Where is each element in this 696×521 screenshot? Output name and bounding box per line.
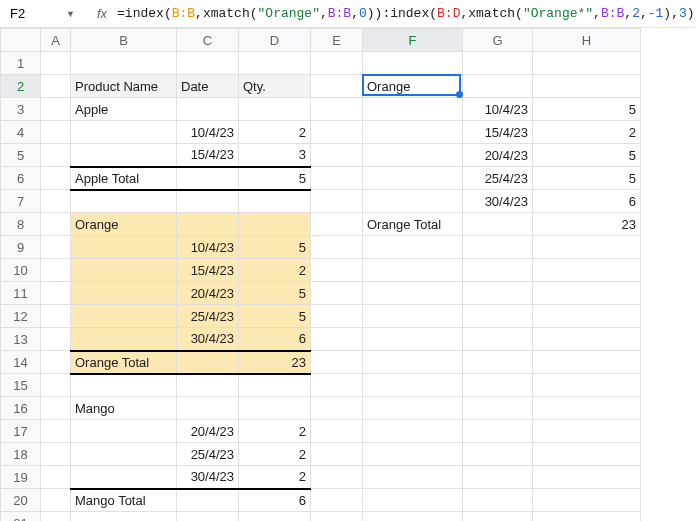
row-header[interactable]: 10 <box>1 259 41 282</box>
col-header-H[interactable]: H <box>533 29 641 52</box>
cell[interactable]: 25/4/23 <box>177 443 239 466</box>
cell-total-label[interactable]: Apple Total <box>71 167 177 190</box>
col-header-B[interactable]: B <box>71 29 177 52</box>
cell[interactable]: 10/4/23 <box>463 98 533 121</box>
cell-F2[interactable]: Orange <box>363 75 463 98</box>
cell[interactable]: 3 <box>239 144 311 167</box>
cell-total-label[interactable]: Mango Total <box>71 489 177 512</box>
cell[interactable]: 5 <box>239 305 311 328</box>
cell-total-qty[interactable]: 23 <box>239 351 311 374</box>
col-header-C[interactable]: C <box>177 29 239 52</box>
header-qty[interactable]: Qty. <box>239 75 311 98</box>
cell[interactable]: 6 <box>239 328 311 351</box>
cell[interactable]: 2 <box>239 259 311 282</box>
cell-total-label[interactable]: Orange Total <box>71 351 177 374</box>
cell[interactable]: 5 <box>533 98 641 121</box>
col-header-G[interactable]: G <box>463 29 533 52</box>
row-header[interactable]: 6 <box>1 167 41 190</box>
cell[interactable]: Apple <box>71 98 177 121</box>
formula-bar: ▼ fx =index(B:B,xmatch("Orange",B:B,0)):… <box>0 0 696 28</box>
row-header[interactable]: 8 <box>1 213 41 236</box>
row-header[interactable]: 2 <box>1 75 41 98</box>
select-all-corner[interactable] <box>1 29 41 52</box>
row-header[interactable]: 1 <box>1 52 41 75</box>
header-date[interactable]: Date <box>177 75 239 98</box>
cell-total-qty[interactable]: 23 <box>533 213 641 236</box>
cell[interactable]: 15/4/23 <box>177 259 239 282</box>
name-box[interactable] <box>4 4 60 23</box>
row-header[interactable]: 4 <box>1 121 41 144</box>
cell[interactable]: 30/4/23 <box>177 466 239 489</box>
row-header[interactable]: 20 <box>1 489 41 512</box>
cell-total-qty[interactable]: 5 <box>239 167 311 190</box>
cell[interactable]: 10/4/23 <box>177 121 239 144</box>
col-header-A[interactable]: A <box>41 29 71 52</box>
cell[interactable]: 30/4/23 <box>463 190 533 213</box>
cell[interactable]: 15/4/23 <box>177 144 239 167</box>
row-header[interactable]: 17 <box>1 420 41 443</box>
cell[interactable]: 20/4/23 <box>177 282 239 305</box>
row-header[interactable]: 16 <box>1 397 41 420</box>
cell[interactable]: 2 <box>239 420 311 443</box>
row-header[interactable]: 21 <box>1 512 41 522</box>
cell[interactable]: 2 <box>239 466 311 489</box>
cell[interactable]: 2 <box>239 121 311 144</box>
header-product-name[interactable]: Product Name <box>71 75 177 98</box>
spreadsheet-grid[interactable]: A B C D E F G H 1 2 Product Name Date Qt… <box>0 28 696 521</box>
cell[interactable]: 30/4/23 <box>177 328 239 351</box>
row-header[interactable]: 9 <box>1 236 41 259</box>
row-header[interactable]: 12 <box>1 305 41 328</box>
col-header-F[interactable]: F <box>363 29 463 52</box>
namebox-dropdown-icon[interactable]: ▼ <box>60 9 81 19</box>
cell-total-qty[interactable]: 6 <box>239 489 311 512</box>
cell[interactable]: Orange <box>71 213 177 236</box>
cell[interactable]: 5 <box>533 144 641 167</box>
row-header[interactable]: 19 <box>1 466 41 489</box>
fx-icon: fx <box>89 6 115 21</box>
cell[interactable]: 6 <box>533 190 641 213</box>
cell[interactable]: 5 <box>239 282 311 305</box>
cell[interactable]: 25/4/23 <box>177 305 239 328</box>
row-header[interactable]: 18 <box>1 443 41 466</box>
cell[interactable]: 25/4/23 <box>463 167 533 190</box>
row-header[interactable]: 3 <box>1 98 41 121</box>
cell[interactable]: Mango <box>71 397 177 420</box>
row-header[interactable]: 13 <box>1 328 41 351</box>
cell[interactable]: 15/4/23 <box>463 121 533 144</box>
col-header-E[interactable]: E <box>311 29 363 52</box>
row-header[interactable]: 7 <box>1 190 41 213</box>
col-header-D[interactable]: D <box>239 29 311 52</box>
cell-total-label[interactable]: Orange Total <box>363 213 463 236</box>
cell[interactable]: 10/4/23 <box>177 236 239 259</box>
row-header[interactable]: 5 <box>1 144 41 167</box>
row-header[interactable]: 15 <box>1 374 41 397</box>
row-header[interactable]: 11 <box>1 282 41 305</box>
row-header[interactable]: 14 <box>1 351 41 374</box>
formula-input[interactable]: =index(B:B,xmatch("Orange",B:B,0)):index… <box>115 4 696 23</box>
cell[interactable]: 5 <box>533 167 641 190</box>
cell[interactable]: 20/4/23 <box>463 144 533 167</box>
cell[interactable]: 2 <box>239 443 311 466</box>
cell[interactable]: 2 <box>533 121 641 144</box>
cell[interactable]: 5 <box>239 236 311 259</box>
cell[interactable]: 20/4/23 <box>177 420 239 443</box>
